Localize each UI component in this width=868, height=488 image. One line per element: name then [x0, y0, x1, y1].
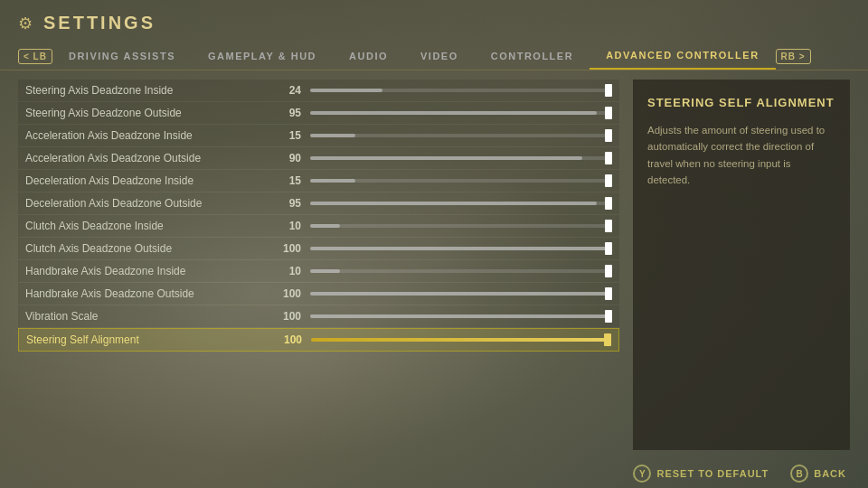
slider-thumb	[605, 174, 612, 187]
slider-track[interactable]	[310, 292, 612, 296]
setting-row[interactable]: Clutch Axis Deadzone Outside100	[18, 238, 619, 259]
setting-row[interactable]: Steering Axis Deadzone Inside24	[18, 80, 619, 101]
settings-title: SETTINGS	[43, 13, 156, 33]
reset-label: Reset To Default	[656, 468, 769, 479]
setting-row[interactable]: Steering Self Alignment100	[18, 328, 619, 352]
tab-prev-button[interactable]: < LB	[18, 49, 52, 64]
setting-label: Steering Axis Deadzone Outside	[25, 107, 260, 119]
setting-label: Deceleration Axis Deadzone Outside	[25, 197, 260, 210]
setting-label: Steering Self Alignment	[26, 333, 261, 346]
slider-thumb	[604, 333, 611, 346]
slider-thumb	[605, 197, 612, 210]
slider-track[interactable]	[310, 247, 612, 250]
slider-track[interactable]	[311, 338, 611, 342]
slider-fill	[311, 338, 611, 342]
reset-default-button[interactable]: Y Reset To Default	[633, 465, 769, 483]
back-label: Back	[814, 468, 846, 479]
setting-label: Deceleration Axis Deadzone Inside	[25, 174, 260, 187]
header: ⚙ SETTINGS	[0, 0, 868, 42]
slider-track[interactable]	[310, 269, 612, 273]
slider-thumb	[605, 107, 612, 119]
setting-row[interactable]: Clutch Axis Deadzone Inside10	[18, 215, 619, 237]
setting-value: 24	[269, 84, 301, 97]
footer: Y Reset To Default B Back	[0, 459, 868, 488]
setting-label: Handbrake Axis Deadzone Outside	[25, 287, 260, 300]
setting-value: 95	[269, 197, 301, 210]
slider-fill	[310, 202, 597, 205]
setting-value: 100	[270, 333, 302, 346]
slider-track[interactable]	[310, 89, 612, 92]
slider-fill	[310, 156, 582, 160]
setting-row[interactable]: Handbrake Axis Deadzone Outside100	[18, 283, 619, 305]
info-panel: STEERING SELF ALIGNMENT Adjusts the amou…	[633, 80, 850, 450]
setting-label: Acceleration Axis Deadzone Outside	[25, 152, 260, 164]
slider-thumb	[605, 287, 612, 300]
setting-row[interactable]: Steering Axis Deadzone Outside95	[18, 102, 619, 124]
tab-controller[interactable]: CONTROLLER	[475, 43, 590, 69]
slider-thumb	[605, 310, 612, 323]
slider-thumb	[605, 265, 612, 277]
slider-fill	[310, 89, 382, 92]
tab-audio[interactable]: AUDIO	[333, 43, 404, 69]
slider-thumb	[605, 152, 612, 164]
slider-track[interactable]	[310, 134, 612, 137]
tab-gameplay-hud[interactable]: GAMEPLAY & HUD	[192, 43, 333, 69]
slider-thumb	[605, 242, 612, 255]
setting-label: Clutch Axis Deadzone Outside	[25, 242, 260, 255]
slider-track[interactable]	[310, 179, 612, 183]
tab-advanced-controller[interactable]: ADVANCED CONTROLLER	[590, 42, 775, 70]
setting-value: 15	[269, 129, 301, 142]
setting-label: Acceleration Axis Deadzone Inside	[25, 129, 260, 142]
slider-fill	[310, 269, 340, 273]
settings-icon: ⚙	[18, 14, 33, 33]
slider-fill	[310, 134, 355, 137]
slider-fill	[310, 292, 612, 296]
setting-label: Handbrake Axis Deadzone Inside	[25, 265, 260, 277]
slider-track[interactable]	[310, 224, 612, 228]
setting-value: 10	[269, 265, 301, 277]
slider-thumb	[605, 129, 612, 142]
setting-label: Vibration Scale	[25, 310, 260, 323]
setting-row[interactable]: Deceleration Axis Deadzone Outside95	[18, 192, 619, 214]
reset-icon: Y	[633, 465, 651, 483]
setting-value: 95	[269, 107, 301, 119]
settings-list: Steering Axis Deadzone Inside24Steering …	[18, 80, 619, 450]
setting-row[interactable]: Handbrake Axis Deadzone Inside10	[18, 260, 619, 282]
setting-row[interactable]: Acceleration Axis Deadzone Outside90	[18, 147, 619, 169]
tab-bar: < LB DRIVING ASSISTS GAMEPLAY & HUD AUDI…	[0, 42, 868, 70]
setting-value: 10	[269, 220, 301, 232]
slider-fill	[310, 111, 597, 115]
slider-track[interactable]	[310, 111, 612, 115]
setting-label: Steering Axis Deadzone Inside	[25, 84, 260, 97]
slider-fill	[310, 247, 612, 250]
setting-row[interactable]: Deceleration Axis Deadzone Inside15	[18, 170, 619, 192]
setting-value: 100	[269, 287, 301, 300]
slider-thumb	[605, 220, 612, 232]
slider-fill	[310, 179, 355, 183]
slider-fill	[310, 314, 612, 318]
slider-track[interactable]	[310, 202, 612, 205]
main-content: Steering Axis Deadzone Inside24Steering …	[0, 70, 868, 459]
tab-video[interactable]: VIDEO	[404, 43, 475, 69]
setting-label: Clutch Axis Deadzone Inside	[25, 220, 260, 232]
setting-value: 100	[269, 242, 301, 255]
setting-row[interactable]: Vibration Scale100	[18, 305, 619, 327]
slider-track[interactable]	[310, 314, 612, 318]
slider-thumb	[605, 84, 612, 97]
slider-track[interactable]	[310, 156, 612, 160]
setting-value: 15	[269, 174, 301, 187]
setting-value: 90	[269, 152, 301, 164]
info-panel-description: Adjusts the amount of steering used to a…	[647, 122, 835, 189]
setting-value: 100	[269, 310, 301, 323]
tab-driving-assists[interactable]: DRIVING ASSISTS	[52, 43, 192, 69]
back-button[interactable]: B Back	[790, 465, 846, 483]
slider-fill	[310, 224, 340, 228]
setting-row[interactable]: Acceleration Axis Deadzone Inside15	[18, 125, 619, 146]
back-icon: B	[790, 465, 808, 483]
tab-next-button[interactable]: RB >	[776, 49, 811, 64]
info-panel-title: STEERING SELF ALIGNMENT	[647, 96, 835, 111]
